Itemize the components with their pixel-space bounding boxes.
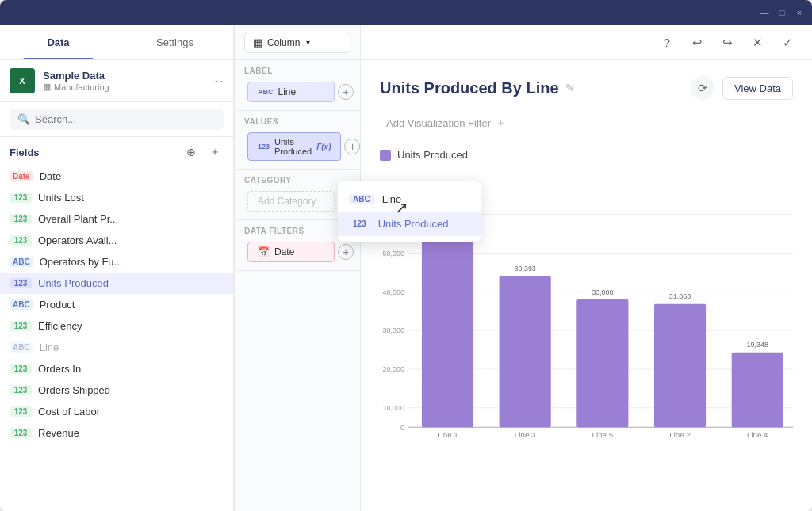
add-filter-button[interactable]: Add Visualization Filter ＋: [380, 112, 512, 133]
field-badge-operators-fu: ABC: [10, 257, 33, 267]
config-panel: ▦ Column ▾ LABEL ABC Line + VALUES: [234, 25, 361, 511]
svg-text:40,000: 40,000: [383, 288, 404, 296]
label-field-badge: ABC: [258, 88, 274, 96]
tab-data[interactable]: Data: [0, 25, 117, 59]
data-filter-field-item[interactable]: 📅 Date: [247, 242, 335, 262]
minimize-button[interactable]: —: [758, 6, 771, 19]
field-item-operators-avail[interactable]: 123 Operators Avail...: [0, 230, 233, 251]
config-values-section: VALUES 123 Units Produced F(x) +: [235, 111, 360, 170]
add-filter-icon: ＋: [496, 116, 506, 130]
main-content: Data Settings X Sample Data ▦ Manufactur…: [0, 25, 812, 511]
search-input[interactable]: [35, 113, 216, 125]
datasource-icon: X: [10, 68, 35, 93]
datasource-subtitle: ▦ Manufacturing: [43, 82, 211, 92]
maximize-button[interactable]: □: [776, 6, 788, 19]
field-item-cost-labor[interactable]: 123 Cost of Labor: [0, 401, 233, 422]
bar-line2[interactable]: [654, 304, 706, 427]
fx-badge[interactable]: F(x): [316, 143, 331, 151]
values-field-item[interactable]: 123 Units Produced F(x): [247, 132, 341, 161]
field-item-line[interactable]: ABC Line: [0, 337, 233, 358]
category-placeholder[interactable]: Add Category: [247, 191, 335, 212]
close-button[interactable]: ×: [793, 6, 806, 19]
tab-settings[interactable]: Settings: [117, 25, 233, 59]
label-field-item[interactable]: ABC Line: [247, 82, 335, 102]
redo-button[interactable]: ↪: [715, 31, 739, 55]
field-badge-revenue: 123: [10, 428, 32, 438]
field-name-orders-in: Orders In: [38, 363, 81, 375]
dropdown-badge-line: ABC: [349, 194, 374, 204]
bar-line4[interactable]: [732, 353, 783, 427]
undo-button[interactable]: ↩: [685, 31, 709, 55]
fields-list: Date Date 123 Units Lost 123 Overall Pla…: [0, 164, 233, 511]
svg-text:Line 4: Line 4: [747, 430, 768, 439]
values-section-title: VALUES: [235, 117, 360, 131]
category-placeholder-label: Add Category: [258, 196, 316, 207]
values-add-button[interactable]: +: [344, 139, 360, 154]
field-badge-units-lost: 123: [10, 193, 32, 203]
chart-type-button[interactable]: ▦ Column ▾: [244, 32, 350, 53]
fields-add-icon[interactable]: ＋: [206, 143, 224, 161]
field-item-overall-plant[interactable]: 123 Overall Plant Pr...: [0, 208, 233, 230]
right-toolbar: ? ↩ ↪ ✕ ✓: [361, 25, 812, 60]
field-item-operators-fu[interactable]: ABC Operators by Fu...: [0, 251, 233, 273]
field-item-date[interactable]: Date Date: [0, 166, 233, 187]
dropdown-item-line[interactable]: ABC Line: [338, 187, 481, 212]
config-label-section: LABEL ABC Line +: [235, 60, 360, 111]
fields-config-icon[interactable]: ⊕: [182, 143, 200, 161]
field-badge-operators-avail: 123: [10, 235, 32, 246]
view-data-button[interactable]: View Data: [722, 77, 793, 100]
field-badge-cost-labor: 123: [10, 406, 32, 417]
field-name-revenue: Revenue: [38, 427, 79, 439]
field-badge-overall-plant: 123: [10, 214, 32, 224]
field-item-revenue[interactable]: 123 Revenue: [0, 422, 233, 444]
field-item-orders-in[interactable]: 123 Orders In: [0, 358, 233, 379]
label-section-title: LABEL: [235, 67, 360, 80]
dropdown-badge-units-produced: 123: [349, 219, 370, 229]
svg-text:Line 5: Line 5: [592, 430, 614, 439]
data-filter-add-button[interactable]: +: [338, 244, 354, 260]
datasource-name: Sample Data: [43, 70, 211, 82]
field-badge-orders-shipped: 123: [10, 385, 32, 395]
values-field-name: Units Produced: [274, 137, 312, 156]
field-badge-date: Date: [10, 171, 33, 181]
app-window: — □ × Data Settings X Sample Data ▦ Manu…: [0, 0, 812, 511]
bar-line1[interactable]: [422, 230, 473, 427]
refresh-button[interactable]: ⟳: [691, 76, 714, 100]
label-add-button[interactable]: +: [338, 84, 354, 100]
viz-title: Units Produced By Line: [380, 79, 559, 97]
chart-type-label: Column: [267, 37, 300, 48]
svg-text:50,000: 50,000: [383, 250, 404, 257]
field-name-product: Product: [40, 299, 75, 311]
field-item-product[interactable]: ABC Product: [0, 294, 233, 315]
field-item-units-lost[interactable]: 123 Units Lost: [0, 187, 233, 208]
bar-line5[interactable]: [576, 299, 628, 427]
dropdown-label-line: Line: [382, 193, 402, 205]
dropdown-label-units-produced: Units Produced: [378, 218, 449, 230]
dropdown-item-units-produced[interactable]: 123 Units Produced: [338, 212, 481, 236]
viz-title-wrap: Units Produced By Line ✎: [380, 79, 575, 97]
bar-line3[interactable]: [500, 276, 551, 427]
data-filter-badge: 📅: [258, 246, 270, 257]
search-row: 🔍: [0, 102, 233, 137]
confirm-button[interactable]: ✓: [776, 31, 799, 55]
title-bar-buttons: — □ ×: [758, 6, 806, 19]
edit-title-icon[interactable]: ✎: [565, 82, 575, 94]
more-options-icon[interactable]: ⋯: [211, 74, 224, 89]
svg-text:39,393: 39,393: [514, 265, 535, 273]
svg-text:33,000: 33,000: [592, 288, 613, 296]
column-chart-icon: ▦: [253, 36, 262, 48]
help-button[interactable]: ?: [655, 31, 679, 55]
close-viz-button[interactable]: ✕: [745, 31, 769, 55]
field-name-efficiency: Efficiency: [38, 320, 82, 332]
svg-text:20,000: 20,000: [383, 365, 404, 373]
svg-text:31,863: 31,863: [669, 292, 691, 300]
svg-text:Line 2: Line 2: [669, 430, 691, 439]
fields-label: Fields: [10, 147, 176, 158]
field-item-efficiency[interactable]: 123 Efficiency: [0, 315, 233, 337]
field-badge-units-produced: 123: [10, 278, 32, 288]
left-panel: Data Settings X Sample Data ▦ Manufactur…: [0, 25, 234, 511]
legend-dot: [380, 150, 391, 161]
field-item-orders-shipped[interactable]: 123 Orders Shipped: [0, 379, 233, 401]
field-name-units-lost: Units Lost: [38, 192, 84, 204]
field-item-units-produced[interactable]: 123 Units Produced: [0, 273, 233, 294]
